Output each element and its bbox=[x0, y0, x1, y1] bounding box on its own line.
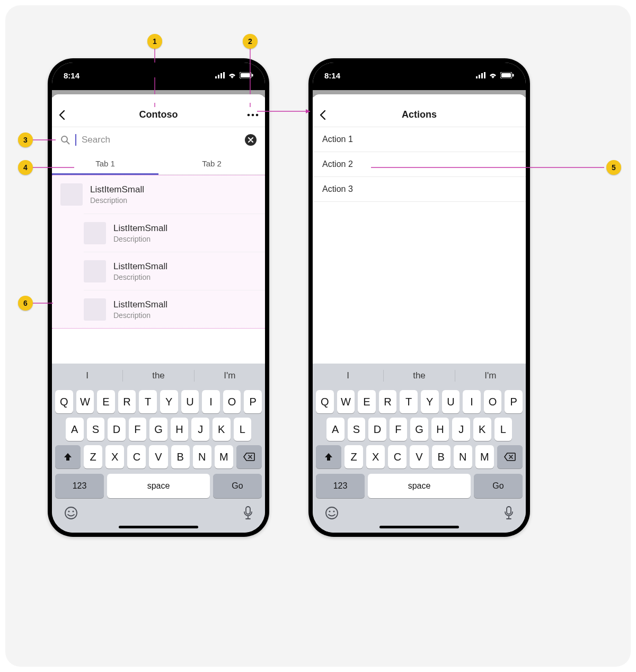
sheet-grabber bbox=[52, 94, 265, 103]
callout-5: 5 bbox=[606, 160, 621, 175]
notch bbox=[113, 63, 204, 77]
sheet-grabber bbox=[313, 94, 526, 103]
notch bbox=[374, 63, 464, 77]
diagram-canvas: 8:14 Contoso bbox=[5, 5, 631, 667]
callout-4: 4 bbox=[18, 160, 33, 175]
callout-2: 2 bbox=[243, 34, 258, 49]
leader-lines bbox=[5, 5, 631, 588]
callout-3: 3 bbox=[18, 132, 33, 147]
callout-6: 6 bbox=[18, 296, 33, 311]
callout-1: 1 bbox=[147, 34, 162, 49]
